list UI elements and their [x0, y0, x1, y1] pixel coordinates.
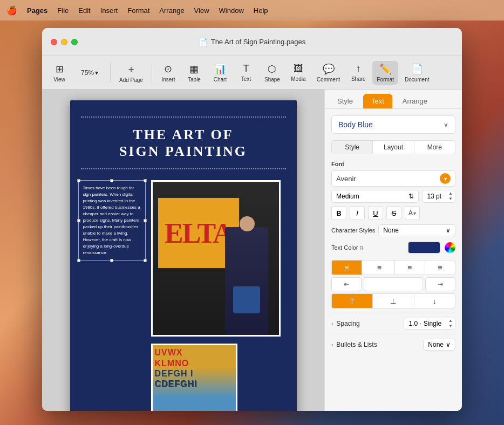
font-name-selector[interactable]: Avenir ▾ [331, 170, 455, 187]
document-page: THE ART OF SIGN PAINTING [70, 100, 297, 411]
bullets-selector[interactable]: None ∨ [423, 339, 455, 351]
italic-button[interactable]: I [350, 206, 365, 220]
font-name-value: Avenir [336, 175, 356, 183]
title-line-1: THE ART OF [81, 126, 286, 143]
minimize-button[interactable] [61, 39, 67, 45]
panel-tabs: Style Text Arrange [325, 90, 462, 109]
menu-format[interactable]: Format [127, 6, 149, 15]
text-label: Text [241, 76, 251, 82]
handle-middle-right[interactable] [144, 219, 147, 222]
menu-file[interactable]: File [57, 6, 69, 15]
toolbar-zoom[interactable]: 75% ▾ [73, 65, 106, 81]
align-justify-button[interactable]: ≡ [425, 260, 455, 275]
panel-content: Body Blue ∨ Style Layout More Font Aveni… [325, 109, 462, 411]
align-right-button[interactable]: ≡ [394, 260, 425, 275]
image-column: ELTA UVWX [151, 180, 297, 411]
text-box[interactable]: Times have been tough for sign painters.… [78, 180, 146, 261]
alpha-row-2: KLMNO [155, 358, 234, 368]
close-button[interactable] [51, 39, 57, 45]
menu-insert[interactable]: Insert [100, 6, 118, 15]
spacing-up-button[interactable]: ▲ [446, 318, 455, 324]
toolbar-divider-2 [152, 63, 152, 83]
align-center-button[interactable]: ≡ [362, 260, 394, 275]
char-styles-selector[interactable]: None ∨ [378, 224, 455, 236]
menu-view[interactable]: View [194, 6, 209, 15]
handle-bottom-right[interactable] [144, 259, 147, 262]
tab-text[interactable]: Text [363, 94, 392, 108]
text-icon: T [243, 63, 249, 74]
indent-increase-button[interactable]: ⇥ [425, 277, 455, 291]
vert-align-top-button[interactable]: ⊤ [331, 293, 372, 309]
spacing-control[interactable]: 1.0 - Single ▲ ▼ [404, 318, 455, 330]
sub-tab-style[interactable]: Style [332, 141, 373, 154]
handle-top-middle[interactable] [110, 179, 113, 182]
toolbar-insert[interactable]: ⊙ Insert [156, 61, 180, 85]
painter-body [225, 227, 268, 335]
toolbar-media[interactable]: 🖼 Media [287, 61, 310, 84]
handle-bottom-left[interactable] [77, 259, 80, 262]
font-size-down[interactable]: ▼ [446, 196, 455, 202]
toolbar-share[interactable]: ↑ Share [346, 61, 370, 84]
toolbar-document[interactable]: 📄 Document [400, 61, 434, 85]
style-chevron-icon: ∨ [444, 121, 448, 128]
text-color-button[interactable]: A ▾ [405, 206, 420, 220]
char-styles-chevron-icon: ∨ [446, 227, 451, 234]
font-size-control[interactable]: 13 pt ▲ ▼ [422, 190, 455, 203]
bold-button[interactable]: B [331, 206, 346, 220]
sub-tab-layout[interactable]: Layout [373, 141, 414, 154]
strikethrough-button[interactable]: S [386, 206, 401, 220]
zoom-button[interactable] [71, 39, 78, 45]
view-icon: ⊞ [56, 63, 64, 75]
share-label: Share [351, 76, 366, 82]
menu-help[interactable]: Help [254, 6, 268, 15]
tab-style[interactable]: Style [329, 94, 361, 108]
vert-align-middle-button[interactable]: ⊥ [372, 293, 413, 309]
main-photo[interactable]: ELTA [151, 180, 281, 337]
toolbar-table[interactable]: ▦ Table [182, 61, 206, 85]
font-arrow-icon[interactable]: ▾ [440, 173, 451, 184]
style-selector[interactable]: Body Blue ∨ [331, 115, 455, 134]
font-style-selector[interactable]: Medium ⇅ [331, 190, 419, 203]
spacing-row[interactable]: › Spacing 1.0 - Single ▲ ▼ [331, 313, 455, 334]
menu-arrange[interactable]: Arrange [159, 6, 184, 15]
toolbar-comment[interactable]: 💬 Comment [312, 61, 344, 85]
indent-decrease-button[interactable]: ⇤ [331, 277, 362, 291]
bullets-row: › Bullets & Lists None ∨ [331, 334, 455, 355]
body-text[interactable]: Times have been tough for sign painters.… [83, 185, 141, 256]
spacing-down-button[interactable]: ▼ [446, 324, 455, 329]
app-name[interactable]: Pages [27, 6, 47, 15]
document-icon: 📄 [199, 38, 208, 46]
alignment-row: ≡ ≡ ≡ ≡ [331, 260, 455, 275]
text-color-swatch[interactable] [408, 242, 440, 253]
zoom-display[interactable]: 75% ▾ [78, 67, 101, 79]
align-left-button[interactable]: ≡ [331, 260, 362, 275]
toolbar-shape[interactable]: ⬡ Shape [260, 61, 284, 85]
handle-middle-left[interactable] [77, 219, 80, 222]
title-line-2: SIGN PAINTING [81, 143, 286, 160]
toolbar-chart[interactable]: 📊 Chart [208, 61, 232, 85]
photo-background: ELTA [153, 182, 279, 335]
char-styles-value: None [383, 227, 399, 234]
vert-align-bottom-button[interactable]: ↓ [414, 293, 455, 309]
toolbar-view[interactable]: ⊞ View [47, 61, 71, 85]
shape-label: Shape [264, 77, 280, 83]
char-styles-label: Character Styles [331, 227, 375, 234]
alphabet-photo[interactable]: UVWX KLMNO DEFGH I CDEFGHI [151, 344, 237, 411]
tab-arrange[interactable]: Arrange [394, 94, 435, 108]
color-wheel-icon[interactable] [445, 242, 455, 253]
underline-button[interactable]: U [368, 206, 383, 220]
media-label: Media [291, 76, 305, 82]
toolbar-text[interactable]: T Text [234, 61, 258, 84]
menu-edit[interactable]: Edit [78, 6, 90, 15]
font-size-up[interactable]: ▲ [446, 191, 455, 196]
apple-menu[interactable]: 🍎 [6, 5, 17, 16]
toolbar-format[interactable]: ✏️ Format [372, 61, 398, 85]
menubar: 🍎 Pages File Edit Insert Format Arrange … [0, 0, 504, 20]
painter-head [240, 216, 255, 231]
sub-tab-more[interactable]: More [414, 141, 455, 154]
alphabet-display: UVWX KLMNO DEFGH I CDEFGHI [153, 345, 236, 411]
handle-bottom-middle[interactable] [110, 259, 113, 262]
menu-window[interactable]: Window [219, 6, 244, 15]
canvas-area[interactable]: THE ART OF SIGN PAINTING [42, 90, 324, 411]
toolbar-add-page[interactable]: ＋ Add Page [115, 60, 147, 85]
